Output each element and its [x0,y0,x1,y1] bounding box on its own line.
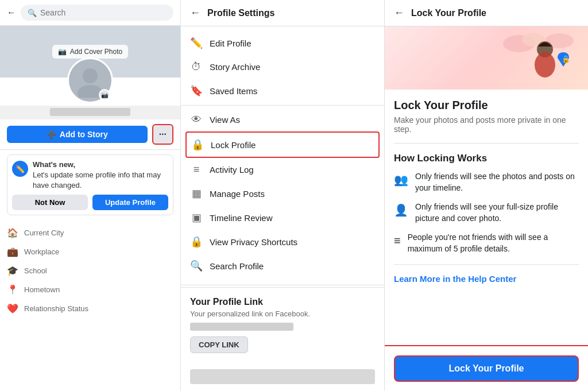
right-back-button[interactable]: ← [394,7,404,19]
avatar-camera-badge[interactable]: 📷 [99,89,110,100]
view-privacy-icon: 🔒 [190,235,203,248]
whats-new-card: ✏️ What's new, Let's update some profile… [7,154,173,215]
view-as-icon: 👁 [190,114,203,126]
lock-illustration: 🔒 [385,26,588,90]
list-item[interactable]: 💼 Workplace [7,243,173,260]
how-works-text-2: Only friends will see your full-size pro… [415,202,579,224]
story-archive-label: Story Archive [210,62,260,72]
menu-item-activity-log[interactable]: ≡ Activity Log [181,158,384,181]
lock-content: Lock Your Profile Make your photos and p… [385,90,588,345]
activity-log-label: Activity Log [210,165,254,175]
saved-items-label: Saved Items [210,86,257,96]
search-input[interactable] [40,8,167,17]
menu-item-story-archive[interactable]: ⏱ Story Archive [181,55,384,79]
menu-item-view-as[interactable]: 👁 View As [181,108,384,131]
menu-item-saved-items[interactable]: 🔖 Saved Items [181,79,384,103]
edit-profile-icon: ✏️ [190,37,203,49]
profile-link-section: Your Profile Link Your personalized link… [181,287,384,362]
manage-posts-label: Manage Posts [210,189,265,199]
whats-new-title: What's new, [33,160,75,169]
view-as-label: View As [210,115,240,125]
friends-photo-icon: 👤 [394,202,408,218]
menu-item-lock-profile[interactable]: 🔒 Lock Profile [185,131,380,158]
middle-panel-header: ← Profile Settings [181,0,384,26]
school-label: School [24,266,47,275]
middle-panel-title: Profile Settings [207,8,274,18]
lock-illustration-svg: 🔒 [502,29,577,87]
list-item[interactable]: ❤️ Relationship Status [7,300,173,317]
workplace-icon: 💼 [7,246,18,257]
svg-point-0 [83,68,98,83]
profile-link-desc: Your personalized link on Facebook. [190,309,375,318]
add-story-label: Add to Story [60,130,108,139]
menu-item-edit-profile[interactable]: ✏️ Edit Profile [181,31,384,55]
view-privacy-label: View Privacy Shortcuts [210,237,297,247]
menu-item-search-profile[interactable]: 🔍 Search Profile [181,254,384,278]
friends-timeline-icon: 👥 [394,172,408,188]
name-placeholder [50,108,130,116]
activity-log-icon: ≡ [190,164,203,176]
how-works-item-3: ≡ People you're not friends with will se… [394,232,579,254]
hometown-icon: 📍 [7,284,18,295]
lock-profile-icon: 🔒 [191,138,204,151]
update-profile-button[interactable]: Update Profile [92,195,168,210]
camera-icon: 📷 [58,48,67,56]
more-options-button[interactable]: ··· [152,124,173,145]
story-archive-icon: ⏱ [190,61,203,73]
edit-icon-circle: ✏️ [12,161,28,177]
city-icon: 🏠 [7,227,18,238]
list-item[interactable]: 🏠 Current City [7,224,173,241]
lock-your-profile-title: Lock Your Profile [394,99,579,112]
profile-details-icon: ≡ [394,233,401,249]
add-cover-photo-button[interactable]: 📷 Add Cover Photo [52,45,128,59]
ellipsis-icon: ··· [159,129,167,139]
lock-your-profile-button[interactable]: Lock Your Profile [394,355,579,382]
middle-back-button[interactable]: ← [190,7,200,19]
menu-item-manage-posts[interactable]: ▦ Manage Posts [181,181,384,206]
copy-link-button[interactable]: COPY LINK [190,336,248,353]
whats-new-top: ✏️ What's new, Let's update some profile… [12,160,168,191]
add-cover-label: Add Cover Photo [70,48,122,56]
link-preview-placeholder [190,369,375,384]
list-item[interactable]: 🎓 School [7,262,173,279]
menu-item-view-privacy[interactable]: 🔒 View Privacy Shortcuts [181,230,384,254]
search-icon: 🔍 [28,9,37,17]
edit-profile-label: Edit Profile [210,38,252,48]
how-works-text-1: Only friends will see the photos and pos… [415,171,579,193]
not-now-button[interactable]: Not Now [12,195,88,210]
middle-panel: ← Profile Settings ✏️ Edit Profile ⏱ Sto… [181,0,385,391]
search-input-wrap: 🔍 [21,5,173,21]
lock-profile-button-wrap: Lock Your Profile [385,345,588,391]
profile-info-list: 🏠 Current City 💼 Workplace 🎓 School 📍 Ho… [0,220,180,322]
menu-item-timeline-review[interactable]: ▣ Timeline Review [181,206,384,230]
name-area [0,106,180,119]
left-panel: ← 🔍 📷 Add Cover Photo 📷 ➕ Add to Story [0,0,181,391]
profile-link-title: Your Profile Link [190,297,375,307]
whats-new-body: Let's update some profile info that may … [33,171,161,189]
how-works-item-1: 👥 Only friends will see the photos and p… [394,171,579,193]
svg-text:🔒: 🔒 [562,55,570,63]
whats-new-text: What's new, Let's update some profile in… [33,160,168,191]
profile-avatar: 📷 [67,57,113,103]
menu-divider-1 [181,105,384,106]
manage-posts-icon: ▦ [190,187,203,200]
search-profile-icon: 🔍 [190,260,203,272]
list-item[interactable]: 📍 Hometown [7,281,173,298]
how-works-list: 👥 Only friends will see the photos and p… [394,171,579,265]
search-bar: ← 🔍 [0,0,180,26]
search-profile-label: Search Profile [210,261,264,271]
profile-actions: ➕ Add to Story ··· [0,119,180,150]
current-city-label: Current City [24,229,64,237]
how-works-text-3: People you're not friends with will see … [408,232,579,254]
add-to-story-button[interactable]: ➕ Add to Story [7,126,148,143]
learn-more-link[interactable]: Learn More in the Help Center [394,274,579,284]
saved-items-icon: 🔖 [190,84,203,97]
whats-new-buttons: Not Now Update Profile [12,195,168,210]
timeline-review-label: Timeline Review [210,213,272,223]
lock-your-profile-desc: Make your photos and posts more private … [394,115,579,144]
lock-profile-label: Lock Profile [211,140,256,150]
how-works-item-2: 👤 Only friends will see your full-size p… [394,202,579,224]
left-back-arrow[interactable]: ← [7,7,16,18]
right-panel-title: Lock Your Profile [411,8,486,18]
school-icon: 🎓 [7,265,18,276]
